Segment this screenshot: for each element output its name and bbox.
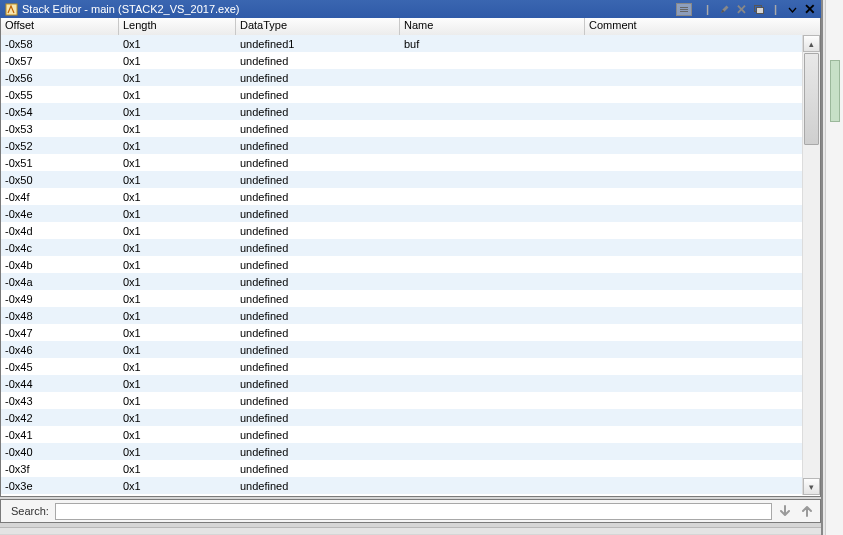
cell-datatype: undefined1 [236,38,400,50]
column-header-datatype[interactable]: DataType [236,18,400,35]
cell-length: 0x1 [119,157,236,169]
cell-offset: -0x48 [1,310,119,322]
table-row[interactable]: -0x4c0x1undefined [1,239,803,256]
cell-datatype: undefined [236,293,400,305]
cell-offset: -0x42 [1,412,119,424]
cell-length: 0x1 [119,378,236,390]
status-strip [0,527,821,534]
table-row[interactable]: -0x530x1undefined [1,120,803,137]
search-next-icon[interactable] [776,502,794,520]
cell-datatype: undefined [236,361,400,373]
table-row[interactable]: -0x4b0x1undefined [1,256,803,273]
titlebar-menu-button[interactable] [676,3,692,16]
column-header-name[interactable]: Name [400,18,585,35]
cell-length: 0x1 [119,344,236,356]
scroll-up-button[interactable]: ▴ [803,35,820,52]
cell-datatype: undefined [236,378,400,390]
table-row[interactable]: -0x580x1undefined1buf [1,35,803,52]
titlebar[interactable]: Stack Editor - main (STACK2_VS_2017.exe)… [0,0,821,18]
search-prev-icon[interactable] [798,502,816,520]
cell-datatype: undefined [236,55,400,67]
table-row[interactable]: -0x550x1undefined [1,86,803,103]
search-input[interactable] [55,503,772,520]
column-header-comment[interactable]: Comment [585,18,820,35]
table-row[interactable]: -0x460x1undefined [1,341,803,358]
stack-editor-icon [4,2,18,16]
table-row[interactable]: -0x560x1undefined [1,69,803,86]
column-header-offset[interactable]: Offset [1,18,119,35]
scroll-down-button[interactable]: ▾ [803,478,820,495]
table-row[interactable]: -0x430x1undefined [1,392,803,409]
cell-offset: -0x57 [1,55,119,67]
table-row[interactable]: -0x540x1undefined [1,103,803,120]
cell-length: 0x1 [119,55,236,67]
restore-icon[interactable] [751,3,766,16]
table-row[interactable]: -0x420x1undefined [1,409,803,426]
cell-datatype: undefined [236,327,400,339]
cell-offset: -0x49 [1,293,119,305]
cell-offset: -0x51 [1,157,119,169]
vertical-scrollbar[interactable]: ▴ ▾ [802,35,820,495]
cell-length: 0x1 [119,429,236,441]
table-row[interactable]: -0x490x1undefined [1,290,803,307]
stack-table-panel: Offset Length DataType Name Comment -0x5… [0,18,821,497]
cell-length: 0x1 [119,191,236,203]
cell-datatype: undefined [236,463,400,475]
cell-offset: -0x55 [1,89,119,101]
right-dock-gutter [825,0,843,535]
chevron-down-icon[interactable] [785,3,800,16]
table-row[interactable]: -0x470x1undefined [1,324,803,341]
cell-datatype: undefined [236,140,400,152]
table-row[interactable]: -0x4f0x1undefined [1,188,803,205]
cell-offset: -0x40 [1,446,119,458]
cell-offset: -0x41 [1,429,119,441]
svg-rect-5 [756,8,763,14]
edit-icon[interactable] [717,3,732,16]
cell-name: buf [400,38,585,50]
cell-offset: -0x45 [1,361,119,373]
cell-length: 0x1 [119,480,236,492]
cell-length: 0x1 [119,123,236,135]
docked-tab-stub[interactable] [830,60,840,122]
table-row[interactable]: -0x4d0x1undefined [1,222,803,239]
scrollbar-thumb[interactable] [804,53,819,145]
table-row[interactable]: -0x510x1undefined [1,154,803,171]
table-row[interactable]: -0x3e0x1undefined [1,477,803,494]
cell-offset: -0x56 [1,72,119,84]
cell-length: 0x1 [119,446,236,458]
cell-offset: -0x4e [1,208,119,220]
column-header-length[interactable]: Length [119,18,236,35]
table-row[interactable]: -0x450x1undefined [1,358,803,375]
cell-length: 0x1 [119,174,236,186]
table-row[interactable]: -0x570x1undefined [1,52,803,69]
table-row[interactable]: -0x4a0x1undefined [1,273,803,290]
cell-datatype: undefined [236,208,400,220]
table-row[interactable]: -0x440x1undefined [1,375,803,392]
cell-length: 0x1 [119,310,236,322]
cell-datatype: undefined [236,157,400,169]
table-row[interactable]: -0x410x1undefined [1,426,803,443]
cell-datatype: undefined [236,259,400,271]
close-window-icon[interactable]: ✕ [802,3,817,16]
table-row[interactable]: -0x520x1undefined [1,137,803,154]
cell-length: 0x1 [119,276,236,288]
cell-datatype: undefined [236,446,400,458]
cell-offset: -0x50 [1,174,119,186]
cell-offset: -0x4f [1,191,119,203]
table-body[interactable]: -0x580x1undefined1buf-0x570x1undefined-0… [1,35,803,495]
cell-datatype: undefined [236,174,400,186]
table-row[interactable]: -0x3f0x1undefined [1,460,803,477]
close-icon[interactable]: ✕ [734,3,749,16]
table-row[interactable]: -0x500x1undefined [1,171,803,188]
cell-offset: -0x54 [1,106,119,118]
table-row[interactable]: -0x480x1undefined [1,307,803,324]
cell-length: 0x1 [119,89,236,101]
cell-offset: -0x4d [1,225,119,237]
table-row[interactable]: -0x400x1undefined [1,443,803,460]
cell-length: 0x1 [119,463,236,475]
table-row[interactable]: -0x4e0x1undefined [1,205,803,222]
cell-datatype: undefined [236,276,400,288]
cell-datatype: undefined [236,480,400,492]
cell-length: 0x1 [119,242,236,254]
cell-length: 0x1 [119,395,236,407]
